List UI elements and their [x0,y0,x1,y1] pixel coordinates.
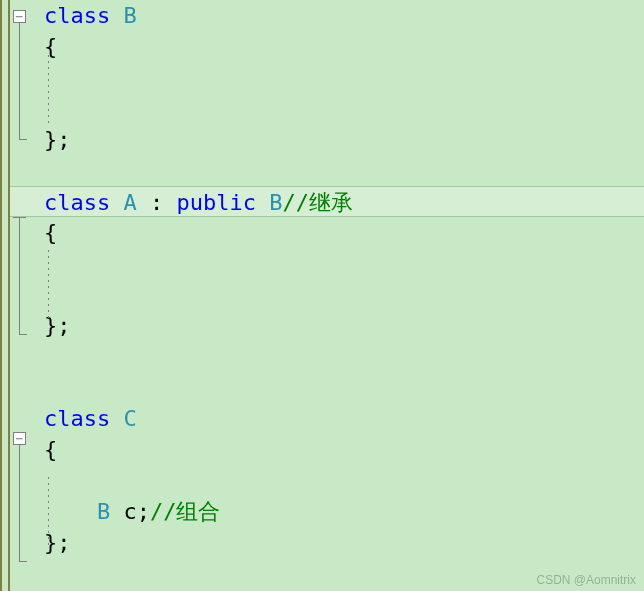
indent-guide [48,55,49,125]
base-class: B [269,190,282,215]
fold-line [19,218,20,334]
code-line: { [40,217,644,248]
fold-end [19,139,27,140]
code-line: B c;//组合 [40,496,644,527]
code-line: }; [40,527,644,558]
code-line: class B [40,0,644,31]
fold-end [19,561,27,562]
code-line [40,341,644,372]
keyword-class: class [44,406,110,431]
code-line: }; [40,124,644,155]
indent-guide [48,250,49,320]
code-line: { [40,31,644,62]
fold-toggle-class-b[interactable]: − [13,10,26,23]
class-name-b: B [123,3,136,28]
code-line [40,155,644,186]
member-decl: c; [110,499,150,524]
code-line [40,248,644,279]
class-name-a: A [123,190,136,215]
brace-open: { [44,34,57,59]
code-line [40,372,644,403]
code-line [40,62,644,93]
fold-line [19,445,20,561]
code-line: { [40,434,644,465]
brace-close: }; [44,127,71,152]
code-editor[interactable]: class B { }; class A : public B//继承 { };… [40,0,644,558]
member-type: B [97,499,110,524]
fold-line [19,23,20,139]
keyword-class: class [44,3,110,28]
comment-inherit: //继承 [282,190,353,215]
comment-compose: //组合 [150,499,221,524]
class-name-c: C [123,406,136,431]
keyword-class: class [44,190,110,215]
gutter-margin [0,0,10,591]
watermark: CSDN @Aomnitrix [536,573,636,587]
code-line [40,279,644,310]
code-line-highlighted: class A : public B//继承 [10,186,644,217]
fold-region: − − − [10,0,40,591]
brace-open: { [44,220,57,245]
code-line [40,465,644,496]
code-line: class C [40,403,644,434]
keyword-public: public [176,190,255,215]
brace-open: { [44,437,57,462]
code-line [40,93,644,124]
fold-toggle-class-c[interactable]: − [13,432,26,445]
code-line: }; [40,310,644,341]
indent-guide [48,477,49,547]
fold-end [19,334,27,335]
